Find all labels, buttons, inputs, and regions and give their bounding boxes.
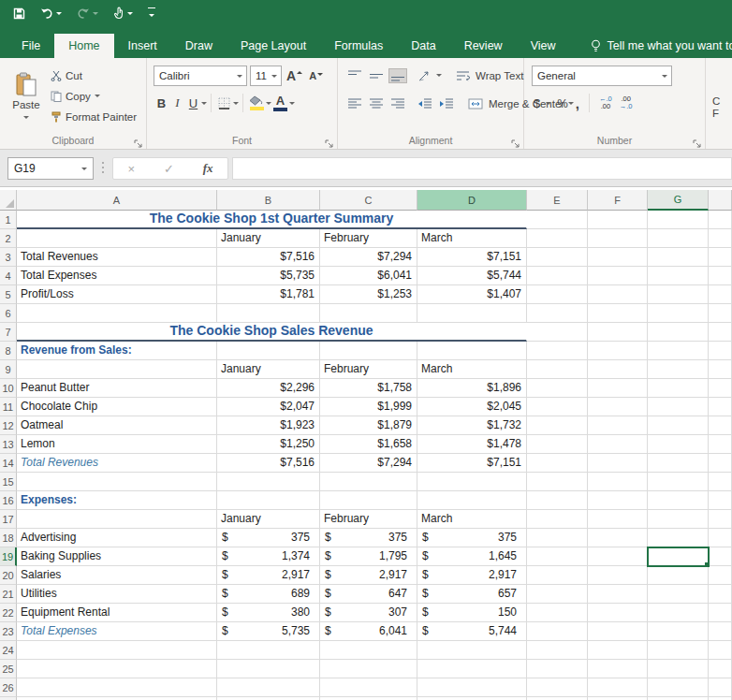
row-header-1[interactable]: 1 [0, 211, 17, 229]
cell-D18[interactable]: $375 [417, 529, 527, 547]
cell-C23[interactable]: $6,041 [320, 622, 417, 641]
cell-A15[interactable] [17, 473, 217, 491]
cell-G4[interactable] [648, 267, 709, 285]
cell-A12[interactable]: Oatmeal [17, 416, 217, 435]
cell-E5[interactable] [527, 285, 588, 304]
cell-E24[interactable] [527, 641, 588, 660]
cell-D16[interactable] [417, 491, 527, 510]
cell-F15[interactable] [588, 473, 648, 491]
cell-H3[interactable] [709, 248, 732, 267]
cell-B20[interactable]: $2,917 [217, 566, 320, 585]
cell-E13[interactable] [527, 435, 588, 454]
cell-C8[interactable] [320, 342, 417, 360]
cell-F23[interactable] [588, 622, 648, 641]
cell-E11[interactable] [527, 398, 588, 416]
row-header-21[interactable]: 21 [0, 585, 17, 604]
cell-B13[interactable]: $1,250 [217, 435, 320, 454]
cell-B21[interactable]: $689 [217, 585, 320, 604]
decrease-decimal-button[interactable]: .00 →.0 [618, 95, 635, 110]
cell-H16[interactable] [709, 491, 732, 510]
bottom-align-button[interactable] [388, 68, 407, 83]
cell-F7[interactable] [588, 323, 648, 342]
cell-B16[interactable] [217, 491, 320, 510]
cell-G11[interactable] [648, 398, 709, 416]
name-box[interactable]: G19 [7, 157, 94, 180]
cell-C17[interactable]: February [320, 510, 417, 529]
selected-cell-G19[interactable] [648, 547, 709, 566]
number-format-select[interactable]: General [532, 66, 672, 86]
cell-H19[interactable] [709, 547, 732, 566]
cell-H24[interactable] [709, 641, 732, 660]
fill-handle[interactable] [704, 561, 709, 566]
align-right-button[interactable] [388, 96, 407, 111]
cell-D8[interactable] [417, 342, 527, 360]
cell-C4[interactable]: $6,041 [320, 267, 417, 285]
column-header-B[interactable]: B [217, 190, 320, 211]
cell-B25[interactable] [217, 660, 320, 678]
increase-decimal-button[interactable]: ←.0 .00 [597, 95, 614, 110]
bold-button[interactable]: B [154, 96, 169, 110]
cell-B5[interactable]: $1,781 [217, 285, 320, 304]
copy-button[interactable]: Copy [51, 86, 137, 106]
row-header-7[interactable]: 7 [0, 323, 17, 342]
cell-F18[interactable] [588, 529, 648, 547]
number-format-caret[interactable] [662, 75, 667, 80]
cell-E21[interactable] [527, 585, 588, 604]
cell-C11[interactable]: $1,999 [320, 398, 417, 416]
cell-E22[interactable] [527, 604, 588, 622]
cell-A8[interactable]: Revenue from Sales: [17, 342, 217, 360]
cell-G5[interactable] [648, 285, 709, 304]
cell-D4[interactable]: $5,744 [417, 267, 527, 285]
cell-D22[interactable]: $150 [417, 604, 527, 622]
row-header-12[interactable]: 12 [0, 416, 17, 435]
cell-A24[interactable] [17, 641, 217, 660]
column-header-A[interactable]: A [17, 190, 217, 211]
cell-C15[interactable] [320, 473, 417, 491]
decrease-indent-button[interactable] [416, 96, 434, 111]
row-header-19[interactable]: 19 [0, 547, 17, 566]
cell-D24[interactable] [417, 641, 527, 660]
cell-E15[interactable] [527, 473, 588, 491]
cell-B8[interactable] [217, 342, 320, 360]
row-header-26[interactable]: 26 [0, 678, 17, 697]
tab-home[interactable]: Home [54, 34, 113, 58]
cell-B11[interactable]: $2,047 [217, 398, 320, 416]
top-align-button[interactable] [345, 68, 364, 83]
row-header-4[interactable]: 4 [0, 267, 17, 285]
cell-H25[interactable] [709, 660, 732, 678]
column-header-partial[interactable] [709, 190, 732, 211]
cell-C16[interactable] [320, 491, 417, 510]
select-all-corner[interactable] [0, 190, 17, 211]
cell-H14[interactable] [709, 454, 732, 473]
formula-input[interactable] [232, 157, 732, 180]
cell-E16[interactable] [527, 491, 588, 510]
paste-button[interactable]: Paste [7, 65, 46, 128]
cell-D25[interactable] [417, 660, 527, 678]
middle-align-button[interactable] [367, 68, 386, 83]
cell-F16[interactable] [588, 491, 648, 510]
cell-A3[interactable]: Total Revenues [17, 248, 217, 267]
enter-button[interactable]: ✓ [164, 162, 174, 176]
cancel-button[interactable]: × [127, 162, 135, 176]
tab-review[interactable]: Review [450, 34, 517, 58]
cell-G2[interactable] [648, 229, 709, 248]
cell-H8[interactable] [709, 342, 732, 360]
formula-bar-splitter[interactable] [102, 162, 104, 164]
cell-E25[interactable] [527, 660, 588, 678]
save-button[interactable] [13, 7, 25, 20]
redo-dropdown-caret[interactable] [93, 12, 98, 18]
row-header-24[interactable]: 24 [0, 641, 17, 660]
cell-D6[interactable] [417, 304, 527, 323]
cell-C14[interactable]: $7,294 [320, 454, 417, 473]
name-box-caret[interactable] [81, 168, 87, 173]
cell-D26[interactable] [417, 678, 527, 697]
cell-E8[interactable] [527, 342, 588, 360]
cell-C19[interactable]: $1,795 [320, 547, 417, 566]
row-header-22[interactable]: 22 [0, 604, 17, 622]
font-size-caret[interactable] [271, 75, 277, 80]
cell-H22[interactable] [709, 604, 732, 622]
cell-E3[interactable] [527, 248, 588, 267]
cell-D15[interactable] [417, 473, 527, 491]
font-dialog-launcher[interactable] [325, 136, 334, 145]
decrease-font-size-button[interactable]: A [307, 69, 325, 82]
